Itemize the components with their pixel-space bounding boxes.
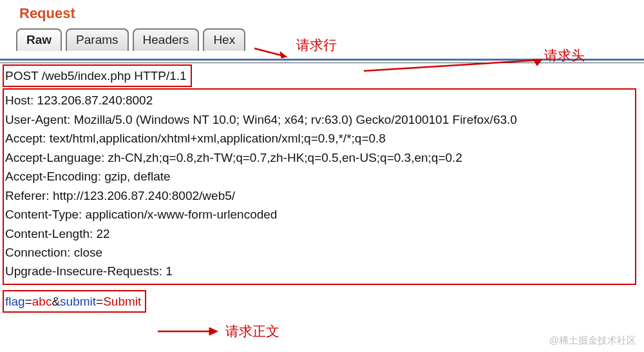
header-line: Accept-Language: zh-CN,zh;q=0.8,zh-TW;q=…: [5, 148, 631, 167]
tab-hex[interactable]: Hex: [203, 28, 245, 51]
annotation-request-headers: 请求头: [544, 46, 585, 64]
http-body: flag=abc&submit=Submit: [3, 290, 146, 313]
header-line: Accept: text/html,application/xhtml+xml,…: [5, 129, 631, 148]
header-line: User-Agent: Mozilla/5.0 (Windows NT 10.0…: [5, 110, 631, 129]
ampersand: &: [52, 295, 60, 308]
param-key: flag: [5, 295, 25, 308]
arrow-icon: [155, 324, 225, 338]
header-line: Content-Type: application/x-www-form-url…: [5, 205, 631, 224]
raw-content: POST /web5/index.php HTTP/1.1 Host: 123.…: [3, 64, 641, 313]
header-line: Upgrade-Insecure-Requests: 1: [5, 262, 631, 280]
svg-line-2: [364, 60, 541, 71]
http-request-line: POST /web5/index.php HTTP/1.1: [3, 64, 192, 87]
header-line: Content-Length: 22: [5, 224, 631, 243]
svg-marker-1: [280, 52, 287, 58]
tab-params[interactable]: Params: [66, 28, 128, 51]
arrow-icon: [361, 58, 554, 77]
tab-headers[interactable]: Headers: [133, 28, 200, 51]
annotation-request-line: 请求行: [296, 36, 337, 54]
header-line: Referer: http://123.206.87.240:8002/web5…: [5, 186, 631, 205]
header-line: Connection: close: [5, 243, 631, 262]
svg-marker-3: [533, 59, 542, 66]
param-key: submit: [60, 295, 96, 308]
param-value: Submit: [103, 295, 141, 308]
http-headers-block: Host: 123.206.87.240:8002 User-Agent: Mo…: [3, 88, 636, 284]
annotation-request-body: 请求正文: [225, 322, 279, 340]
equals-sign: =: [96, 295, 103, 308]
param-value: abc: [32, 295, 52, 308]
panel-title: Request: [0, 0, 644, 28]
watermark: @稀土掘金技术社区: [549, 335, 636, 347]
equals-sign: =: [25, 295, 32, 308]
svg-marker-5: [209, 328, 218, 335]
tab-raw[interactable]: Raw: [16, 28, 62, 51]
header-line: Accept-Encoding: gzip, deflate: [5, 167, 631, 186]
arrow-icon: [251, 45, 296, 64]
header-line: Host: 123.206.87.240:8002: [5, 91, 631, 110]
